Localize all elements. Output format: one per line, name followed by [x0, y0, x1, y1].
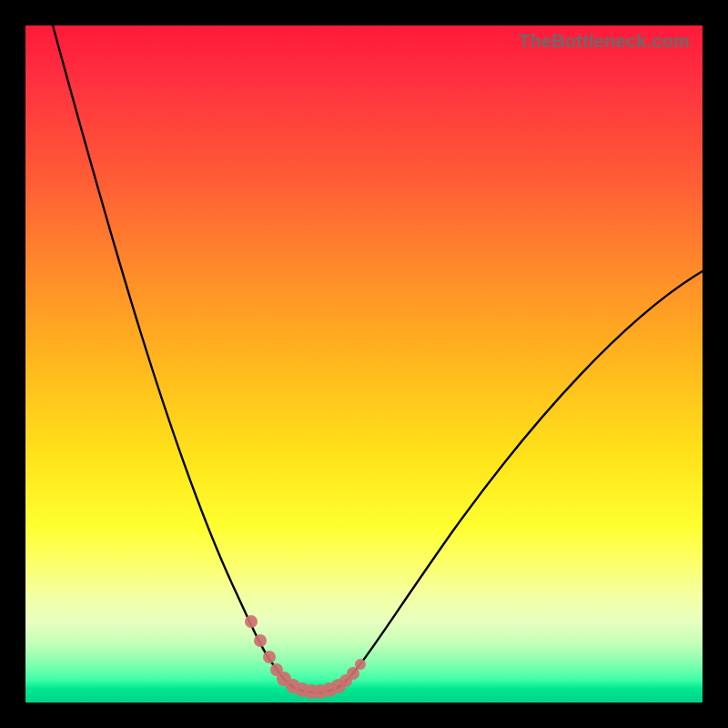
valley-dot-cluster: [245, 615, 366, 699]
plot-area: TheBottleneck.com: [25, 25, 703, 703]
chart-frame: TheBottleneck.com: [0, 0, 728, 728]
chart-svg: [25, 25, 703, 703]
svg-point-1: [254, 634, 267, 647]
svg-point-13: [355, 659, 366, 670]
bottleneck-curve: [53, 25, 703, 693]
svg-point-2: [263, 651, 276, 663]
svg-point-0: [245, 615, 258, 628]
